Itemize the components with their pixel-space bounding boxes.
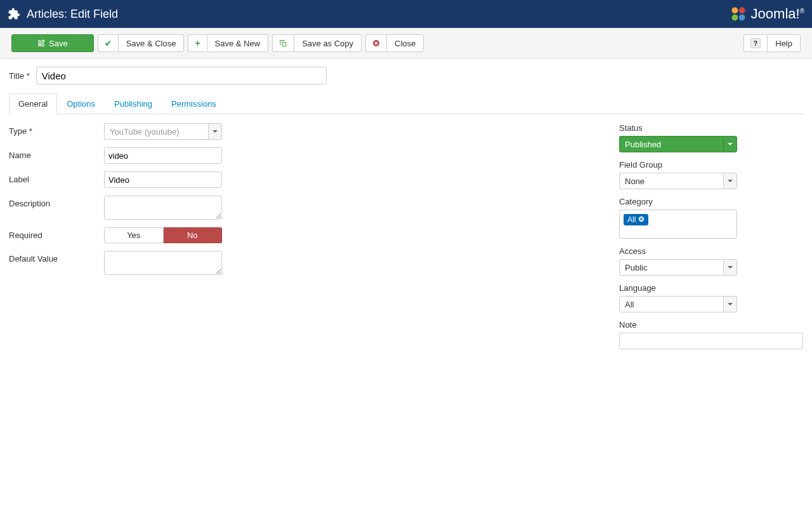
type-row: Type * YouTube (youtube): [9, 123, 606, 140]
note-input[interactable]: [619, 333, 803, 349]
save-close-button[interactable]: Save & Close: [118, 34, 185, 52]
svg-point-1: [738, 8, 745, 14]
field-group-value: None: [619, 173, 723, 189]
language-group: Language All: [619, 283, 803, 312]
tab-options[interactable]: Options: [57, 93, 105, 114]
svg-point-2: [731, 15, 738, 21]
access-label: Access: [619, 246, 803, 256]
caret-down-icon: [728, 180, 733, 182]
category-tag-remove[interactable]: [638, 216, 645, 224]
type-label: Type *: [9, 123, 104, 136]
type-caret[interactable]: [208, 123, 222, 140]
note-group: Note: [619, 320, 803, 349]
save-copy-button[interactable]: Save as Copy: [294, 34, 362, 52]
required-yes[interactable]: Yes: [104, 227, 164, 243]
status-select[interactable]: Published: [619, 136, 737, 152]
save-button[interactable]: Save: [11, 34, 94, 52]
description-row: Description: [9, 196, 606, 220]
svg-point-0: [731, 8, 738, 14]
category-group: Category All: [619, 197, 803, 239]
required-radio-group: Yes No: [104, 227, 222, 243]
language-label: Language: [619, 283, 803, 293]
tab-general[interactable]: General: [9, 93, 57, 114]
field-group-label: Field Group: [619, 160, 803, 170]
copy-icon: [279, 39, 287, 48]
close-icon-button[interactable]: [365, 34, 386, 52]
description-label: Description: [9, 196, 104, 208]
toolbar-right: ? Help: [743, 34, 801, 52]
note-label: Note: [619, 320, 803, 330]
form-area: Type * YouTube (youtube) Name Label Desc…: [9, 114, 803, 357]
field-group-caret[interactable]: [723, 173, 737, 189]
content-area: Title * General Options Publishing Permi…: [0, 59, 812, 364]
header-left: Articles: Edit Field: [8, 8, 118, 21]
check-icon: ✔: [105, 39, 112, 48]
category-tag-text: All: [627, 215, 636, 224]
language-select[interactable]: All: [619, 296, 737, 312]
header-bar: Articles: Edit Field Joomla!®: [0, 0, 812, 28]
access-group: Access Public: [619, 246, 803, 276]
tabs: General Options Publishing Permissions: [9, 93, 803, 114]
save-new-icon-button[interactable]: +: [188, 34, 206, 52]
save-new-button[interactable]: Save & New: [207, 34, 269, 52]
save-new-group: + Save & New: [188, 34, 268, 52]
title-input[interactable]: [36, 67, 327, 84]
label-input[interactable]: [104, 171, 222, 188]
category-label: Category: [619, 197, 803, 206]
save-button-label: Save: [49, 39, 68, 48]
save-close-icon-button[interactable]: ✔: [98, 34, 118, 52]
svg-point-3: [738, 15, 745, 21]
field-group-group: Field Group None: [619, 160, 803, 189]
toolbar-left: Save ✔ Save & Close + Save & New Save as…: [11, 34, 424, 52]
help-icon-button[interactable]: ?: [743, 34, 768, 52]
close-button[interactable]: Close: [386, 34, 424, 52]
help-group: ? Help: [743, 34, 801, 52]
required-row: Required Yes No: [9, 227, 606, 243]
status-group: Status Published: [619, 123, 803, 152]
status-value: Published: [619, 136, 723, 152]
remove-icon: [638, 216, 645, 222]
joomla-logo-icon: [730, 5, 747, 23]
name-row: Name: [9, 147, 606, 164]
form-side: Status Published Field Group None Catego…: [619, 123, 803, 357]
language-value: All: [619, 296, 723, 312]
title-label: Title *: [9, 71, 30, 81]
name-label: Name: [9, 147, 104, 160]
type-select[interactable]: YouTube (youtube): [104, 123, 222, 140]
tab-permissions[interactable]: Permissions: [162, 93, 226, 114]
default-value-textarea[interactable]: [104, 251, 222, 275]
joomla-logo: Joomla!®: [730, 5, 804, 23]
default-value-row: Default Value: [9, 251, 606, 275]
required-label: Required: [9, 227, 104, 240]
save-copy-icon-button[interactable]: [272, 34, 294, 52]
caret-down-icon: [213, 130, 218, 133]
title-row: Title *: [9, 67, 803, 84]
page-title: Articles: Edit Field: [27, 8, 118, 21]
description-textarea[interactable]: [104, 196, 222, 220]
name-input[interactable]: [104, 147, 222, 164]
close-group: Close: [365, 34, 424, 52]
help-button[interactable]: Help: [767, 34, 801, 52]
access-caret[interactable]: [723, 259, 737, 276]
status-label: Status: [619, 123, 803, 133]
category-tag: All: [624, 214, 648, 225]
svg-rect-4: [282, 42, 286, 46]
help-icon: ?: [750, 38, 761, 48]
field-group-select[interactable]: None: [619, 173, 737, 189]
tab-publishing[interactable]: Publishing: [105, 93, 162, 114]
save-copy-group: Save as Copy: [272, 34, 362, 52]
language-caret[interactable]: [723, 296, 737, 312]
access-value: Public: [619, 259, 723, 276]
save-close-group: ✔ Save & Close: [98, 34, 185, 52]
cancel-icon: [372, 39, 380, 47]
plus-icon: +: [195, 38, 200, 48]
caret-down-icon: [728, 143, 733, 145]
category-tag-box[interactable]: All: [619, 210, 737, 239]
label-label: Label: [9, 171, 104, 184]
type-value: YouTube (youtube): [104, 123, 208, 140]
required-no[interactable]: No: [164, 227, 223, 243]
joomla-logo-text: Joomla!®: [751, 6, 804, 22]
status-caret[interactable]: [723, 136, 737, 152]
toolbar: Save ✔ Save & Close + Save & New Save as…: [0, 28, 812, 59]
access-select[interactable]: Public: [619, 259, 737, 276]
